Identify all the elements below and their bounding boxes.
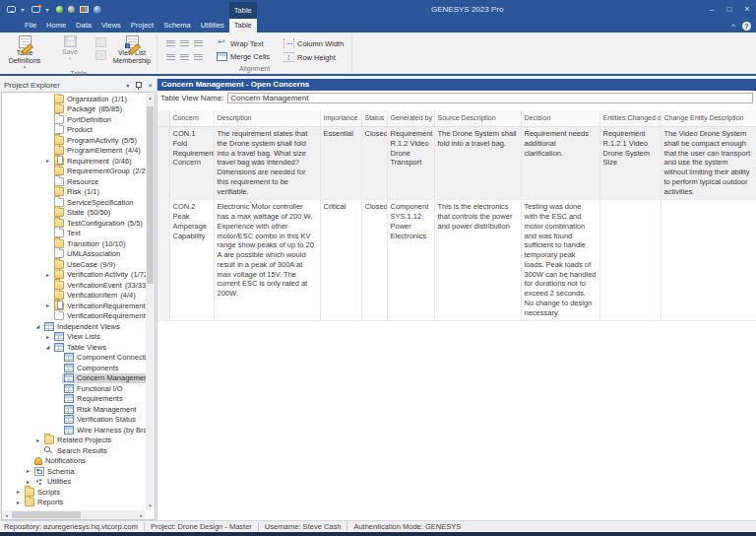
ribbon-small-button-2[interactable] xyxy=(95,50,106,60)
align-bottom-right-icon[interactable] xyxy=(193,51,205,62)
tree-item-component-connections[interactable]: Component Connections xyxy=(2,353,146,364)
tree-item-package[interactable]: Package(85/85) xyxy=(2,104,146,115)
view-list-membership-button[interactable]: View List Membership xyxy=(109,34,155,65)
collapsed-arrow-icon[interactable] xyxy=(43,156,52,166)
column-header-change-entity-description[interactable]: Change Entity Description xyxy=(661,110,756,127)
tree-item-related-projects[interactable]: Related Projects xyxy=(2,436,146,446)
tree-item-text[interactable]: Text xyxy=(2,229,146,239)
scroll-up-icon[interactable] xyxy=(146,94,155,102)
tree-item-body[interactable]: Functional I/O xyxy=(62,383,125,394)
scroll-left-icon[interactable] xyxy=(2,512,11,518)
cell-source-description[interactable]: This is the electronics that controls th… xyxy=(434,200,521,321)
tree-item-body[interactable]: State(50/50) xyxy=(52,208,112,219)
tree-item-utilities[interactable]: Utilities xyxy=(2,477,146,488)
tree-item-risk[interactable]: Risk(1/1) xyxy=(2,187,146,198)
tree-item-verification-status[interactable]: Verification Status xyxy=(2,415,146,426)
tree-item-resource[interactable]: Resource xyxy=(2,176,146,187)
tree-item-body[interactable]: TestConfiguration(5/5) xyxy=(52,218,145,229)
tree-item-concern-management[interactable]: Concern Management xyxy=(2,373,146,384)
caret-icon[interactable] xyxy=(45,8,51,12)
cell-change-entity-description[interactable]: The Video Drone System shall be compact … xyxy=(661,127,756,200)
tree-item-body[interactable]: Component Connections xyxy=(62,353,146,364)
tree-item-testconfiguration[interactable]: TestConfiguration(5/5) xyxy=(2,218,146,229)
tree-item-requirement[interactable]: Requirement(0/46) xyxy=(2,156,146,167)
tree-item-body[interactable]: Wire Harness (by Branch) xyxy=(62,425,146,436)
close-panel-icon[interactable] xyxy=(148,81,153,90)
tree-item-body[interactable]: VerificationEvent(33/33) xyxy=(52,280,146,291)
cell-entities-changed-du[interactable] xyxy=(599,200,661,321)
horizontal-scroll-thumb[interactable] xyxy=(12,511,81,518)
tree-item-body[interactable]: VerificationItem(4/4) xyxy=(52,291,138,302)
tree-item-verificationrequirementgroup[interactable]: VerificationRequirementGroup xyxy=(2,311,146,322)
tree-item-notifications[interactable]: Notifications xyxy=(2,456,146,467)
cell-change-entity-description[interactable] xyxy=(661,200,756,321)
tree-item-product[interactable]: Product xyxy=(2,125,146,136)
tab-file[interactable]: File xyxy=(20,19,41,33)
pin-icon[interactable] xyxy=(135,81,142,90)
vertical-scroll-thumb[interactable] xyxy=(147,106,154,284)
cell-description[interactable]: Electronic Motor controller has a max wa… xyxy=(214,200,320,321)
caret-icon[interactable] xyxy=(21,8,27,12)
tree-item-body[interactable]: Components xyxy=(62,363,121,373)
tree-item-verification-activity[interactable]: Verification Activity(1/72) xyxy=(2,270,146,281)
align-top-left-icon[interactable] xyxy=(165,38,177,49)
tree-horizontal-scrollbar[interactable] xyxy=(2,510,146,519)
row-selector[interactable] xyxy=(158,200,169,321)
tree-item-servicespecification[interactable]: ServiceSpecification xyxy=(2,197,146,208)
wrap-text-button[interactable]: Wrap Text xyxy=(217,38,270,48)
table-view-name-input[interactable] xyxy=(227,93,753,103)
tree-item-body[interactable]: Verification Status xyxy=(62,415,138,426)
tab-data[interactable]: Data xyxy=(71,19,96,33)
tree-item-body[interactable]: Package(85/85) xyxy=(52,104,124,115)
cell-entities-changed-du[interactable]: Requirement R.1.2.1 Video Drone System S… xyxy=(599,127,661,200)
tree-item-body[interactable]: Concern Management xyxy=(62,373,146,384)
ribbon-small-button-1[interactable] xyxy=(95,37,106,47)
tree-item-body[interactable]: View Lists xyxy=(52,332,102,343)
maximize-button[interactable] xyxy=(721,0,738,19)
close-button[interactable] xyxy=(738,0,756,19)
collapsed-arrow-icon[interactable] xyxy=(33,436,42,445)
tree-item-body[interactable]: Schema xyxy=(32,466,77,477)
collapsed-arrow-icon[interactable] xyxy=(24,466,32,476)
scroll-right-icon[interactable] xyxy=(137,512,146,518)
cell-concern[interactable]: CON.1 Fold Requirement Concern xyxy=(169,127,214,200)
tree-item-body[interactable]: Notifications xyxy=(32,456,88,467)
column-header-importance[interactable]: Importance xyxy=(320,110,361,127)
tree-item-body[interactable]: ServiceSpecification xyxy=(52,197,136,208)
cell-concern[interactable]: CON.2 Peak Amperage Capability xyxy=(169,200,214,321)
cell-importance[interactable]: Essential xyxy=(320,127,361,200)
collapsed-arrow-icon[interactable] xyxy=(14,487,23,497)
tree-item-table-views[interactable]: Table Views xyxy=(2,342,146,353)
tree-item-body[interactable]: Requirement(0/46) xyxy=(52,156,134,167)
tree-item-independent-views[interactable]: Independent Views xyxy=(2,321,146,332)
gray-dot-icon[interactable] xyxy=(68,6,75,13)
image-icon[interactable] xyxy=(80,6,89,13)
tree-item-wire-harness-by-branch[interactable]: Wire Harness (by Branch) xyxy=(2,425,146,436)
align-top-right-icon[interactable] xyxy=(193,38,205,49)
tree-item-requirementgroup[interactable]: RequirementGroup(2/2) xyxy=(2,167,146,177)
tree-item-body[interactable]: Requirements xyxy=(62,394,125,405)
tree-item-state[interactable]: State(50/50) xyxy=(2,208,146,219)
tree-item-body[interactable]: Organization(1/1) xyxy=(52,94,129,104)
tree-item-functional-i-o[interactable]: Functional I/O xyxy=(2,383,146,394)
align-bottom-left-icon[interactable] xyxy=(165,51,177,62)
tree-item-body[interactable]: Transition(10/10) xyxy=(52,238,127,249)
cell-generated-by[interactable]: Component SYS.1.12 Power Electronics xyxy=(387,200,434,321)
tree-item-body[interactable]: Reports xyxy=(23,498,65,508)
column-header-generated-by[interactable]: Generated by xyxy=(387,110,434,127)
tree-item-programactivity[interactable]: ProgramActivity(5/5) xyxy=(2,135,146,146)
tree-item-verificationevent[interactable]: VerificationEvent(33/33) xyxy=(2,280,146,291)
tree-item-body[interactable]: VerificationRequirement(0/57) xyxy=(52,301,146,311)
tree-item-body[interactable]: Independent Views xyxy=(42,321,122,332)
tree-vertical-scrollbar[interactable] xyxy=(146,94,155,510)
tree-item-body[interactable]: Risk Management xyxy=(62,404,138,415)
tree-item-requirements[interactable]: Requirements xyxy=(2,394,146,405)
expanded-arrow-icon[interactable] xyxy=(33,321,42,331)
tag-icon[interactable] xyxy=(32,6,40,13)
expanded-arrow-icon[interactable] xyxy=(43,342,52,352)
row-selector[interactable] xyxy=(158,127,169,200)
minimize-button[interactable] xyxy=(703,0,721,19)
cell-generated-by[interactable]: Requirement R.1.2 Video Drone Transport xyxy=(387,127,434,200)
collapsed-arrow-icon[interactable] xyxy=(43,270,52,280)
column-header-description[interactable]: Description xyxy=(214,110,320,127)
